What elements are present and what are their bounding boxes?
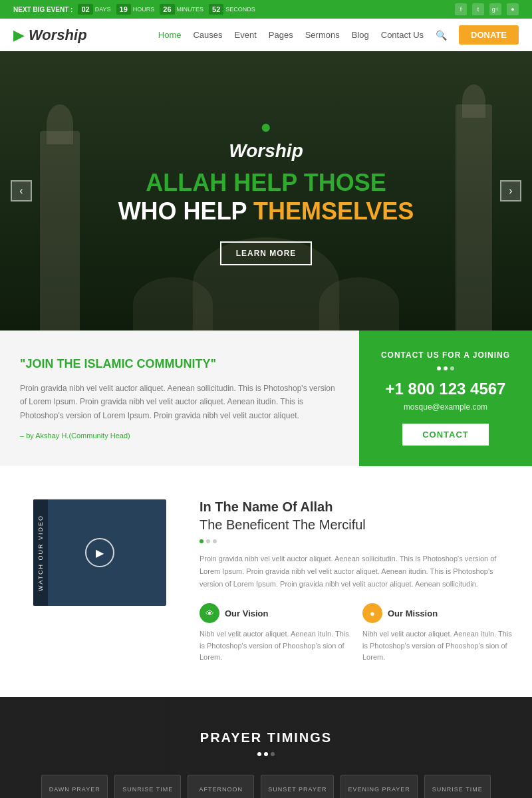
prayer-dots bbox=[20, 752, 512, 756]
mission-text: Nibh vel velit auctor aliquet. Aenean it… bbox=[362, 628, 512, 664]
seconds-num: 52 bbox=[209, 4, 223, 15]
author-suffix: (Community Head) bbox=[68, 432, 130, 440]
community-author: – by Akshay H.(Community Head) bbox=[20, 432, 339, 440]
prayer-title: PRAYER TIMINGS bbox=[20, 730, 512, 745]
hero-next-arrow[interactable]: › bbox=[500, 180, 521, 201]
prayer-section: PRAYER TIMINGS Dawn Prayer FAJR 4:01 AM … bbox=[0, 697, 532, 798]
social-links: f t g+ ● bbox=[455, 3, 519, 15]
author-prefix: – by bbox=[20, 432, 35, 440]
contact-button[interactable]: CONTACT bbox=[402, 424, 489, 446]
hero-line2-white: WHO HELP bbox=[118, 198, 253, 225]
dot-1 bbox=[437, 366, 441, 370]
vision-title: Our Vision bbox=[225, 608, 269, 618]
divider-dot-3 bbox=[213, 539, 217, 543]
countdown-minutes: 26 MINUTES bbox=[160, 4, 203, 15]
learn-more-button[interactable]: LEARN MORE bbox=[220, 241, 313, 265]
facebook-icon[interactable]: f bbox=[455, 3, 467, 15]
prayer-grid: Dawn Prayer FAJR 4:01 AM Sunrise Time ZO… bbox=[20, 775, 512, 798]
contact-email: mosque@example.com bbox=[375, 402, 516, 412]
hours-unit: HOURS bbox=[133, 6, 155, 13]
logo-text: Worship bbox=[29, 27, 87, 44]
prayer-card-5: Sunrise Time KUDBA 2:00 PM bbox=[424, 775, 491, 798]
event-label: NEXT BIG EVENT : bbox=[13, 6, 72, 13]
nav-event[interactable]: Event bbox=[235, 30, 257, 40]
play-button[interactable]: ▶ bbox=[85, 538, 114, 567]
community-title: "JOIN THE ISLAMIC COMMUNITY" bbox=[20, 357, 339, 371]
logo-icon: ▶ bbox=[13, 27, 25, 44]
hero-logo-icon: ● bbox=[118, 116, 414, 138]
dot-2 bbox=[444, 366, 448, 370]
countdown-hours: 19 HOURS bbox=[116, 4, 155, 15]
about-title: In The Name Of Allah bbox=[200, 499, 512, 515]
seconds-unit: SECONDS bbox=[225, 6, 255, 13]
video-container: WATCH OUR VIDEO ▶ bbox=[20, 499, 180, 606]
mission-title: Our Mission bbox=[388, 608, 438, 618]
minutes-num: 26 bbox=[160, 4, 174, 15]
prayer-card-2: Afternoon ASAR 5:30 PM bbox=[188, 775, 254, 798]
divider-dot-2 bbox=[206, 539, 210, 543]
hero-section: ‹ ● Worship ALLAH HELP THOSE WHO HELP TH… bbox=[0, 51, 532, 331]
prayer-label-4: Evening Prayer bbox=[348, 786, 410, 793]
days-num: 02 bbox=[78, 4, 92, 15]
nav-contact[interactable]: Contact Us bbox=[381, 30, 424, 40]
nav-sermons[interactable]: Sermons bbox=[305, 30, 340, 40]
main-nav: Home Causes Event Pages Sermons Blog Con… bbox=[158, 25, 519, 45]
header: ▶ Worship Home Causes Event Pages Sermon… bbox=[0, 19, 532, 51]
hero-headline: ALLAH HELP THOSE WHO HELP THEMSELVES bbox=[118, 168, 414, 225]
prayer-label-3: Sunset Prayer bbox=[268, 786, 327, 793]
vision-icon: 👁 bbox=[200, 603, 219, 623]
about-subtitle: The Beneficent The Merciful bbox=[200, 517, 512, 533]
contact-label: CONTACT US FOR A JOINING bbox=[375, 350, 516, 360]
divider-dot-1 bbox=[200, 539, 203, 543]
prayer-label-2: Afternoon bbox=[195, 786, 247, 793]
countdown-area: NEXT BIG EVENT : 02 DAYS 19 HOURS 26 MIN… bbox=[13, 4, 255, 15]
hours-num: 19 bbox=[116, 4, 131, 15]
donate-button[interactable]: DONATE bbox=[459, 25, 519, 45]
nav-causes[interactable]: Causes bbox=[193, 30, 222, 40]
prayer-card-1: Sunrise Time ZOHAR 1:30 AM bbox=[114, 775, 181, 798]
prayer-label-5: Sunrise Time bbox=[432, 786, 483, 793]
hero-line1: ALLAH HELP THOSE bbox=[146, 169, 386, 196]
twitter-icon[interactable]: t bbox=[472, 3, 484, 15]
author-name: Akshay H. bbox=[35, 432, 68, 440]
features-grid: 👁 Our Vision Nibh vel velit auctor aliqu… bbox=[200, 603, 512, 664]
hero-prev-arrow[interactable]: ‹ bbox=[11, 180, 32, 201]
countdown-days: 02 DAYS bbox=[78, 4, 110, 15]
prayer-dot-1 bbox=[257, 752, 261, 756]
prayer-card-0: Dawn Prayer FAJR 4:01 AM bbox=[41, 775, 108, 798]
nav-pages[interactable]: Pages bbox=[269, 30, 293, 40]
vision-header: 👁 Our Vision bbox=[200, 603, 349, 623]
search-icon[interactable]: 🔍 bbox=[436, 30, 447, 41]
mission-header: ● Our Mission bbox=[362, 603, 512, 623]
contact-phone: +1 800 123 4567 bbox=[375, 380, 516, 398]
contact-dots bbox=[375, 366, 516, 370]
logo[interactable]: ▶ Worship bbox=[13, 27, 87, 44]
community-left: "JOIN THE ISLAMIC COMMUNITY" Proin gravi… bbox=[0, 331, 359, 466]
top-bar: NEXT BIG EVENT : 02 DAYS 19 HOURS 26 MIN… bbox=[0, 0, 532, 19]
days-unit: DAYS bbox=[95, 6, 111, 13]
prayer-dot-2 bbox=[264, 752, 268, 756]
about-body: Proin gravida nibh vel velit auctor aliq… bbox=[200, 553, 512, 590]
minutes-unit: MINUTES bbox=[177, 6, 204, 13]
hero-line2-orange: THEMSELVES bbox=[253, 198, 414, 225]
prayer-dot-3 bbox=[271, 752, 275, 756]
hero-brand: Worship bbox=[118, 140, 414, 162]
community-right: CONTACT US FOR A JOINING +1 800 123 4567… bbox=[359, 331, 532, 466]
prayer-card-3: Sunset Prayer MAGRIB 7:15 PM bbox=[261, 775, 334, 798]
about-content: In The Name Of Allah The Beneficent The … bbox=[200, 499, 512, 664]
about-divider bbox=[200, 539, 512, 543]
watch-label: WATCH OUR VIDEO bbox=[33, 499, 48, 606]
prayer-label-1: Sunrise Time bbox=[122, 786, 174, 793]
nav-blog[interactable]: Blog bbox=[352, 30, 369, 40]
community-section: "JOIN THE ISLAMIC COMMUNITY" Proin gravi… bbox=[0, 331, 532, 466]
countdown-seconds: 52 SECONDS bbox=[209, 4, 255, 15]
hero-content: ● Worship ALLAH HELP THOSE WHO HELP THEM… bbox=[118, 116, 414, 265]
about-section: WATCH OUR VIDEO ▶ In The Name Of Allah T… bbox=[0, 466, 532, 697]
prayer-card-4: Evening Prayer ISHA 9:00 PM bbox=[340, 775, 417, 798]
dot-3 bbox=[450, 366, 454, 370]
google-icon[interactable]: g+ bbox=[489, 3, 501, 15]
nav-home[interactable]: Home bbox=[158, 30, 182, 40]
video-wrapper: WATCH OUR VIDEO ▶ bbox=[33, 499, 166, 606]
community-body: Proin gravida nibh vel velit auctor aliq… bbox=[20, 382, 339, 422]
camera-icon[interactable]: ● bbox=[507, 3, 519, 15]
